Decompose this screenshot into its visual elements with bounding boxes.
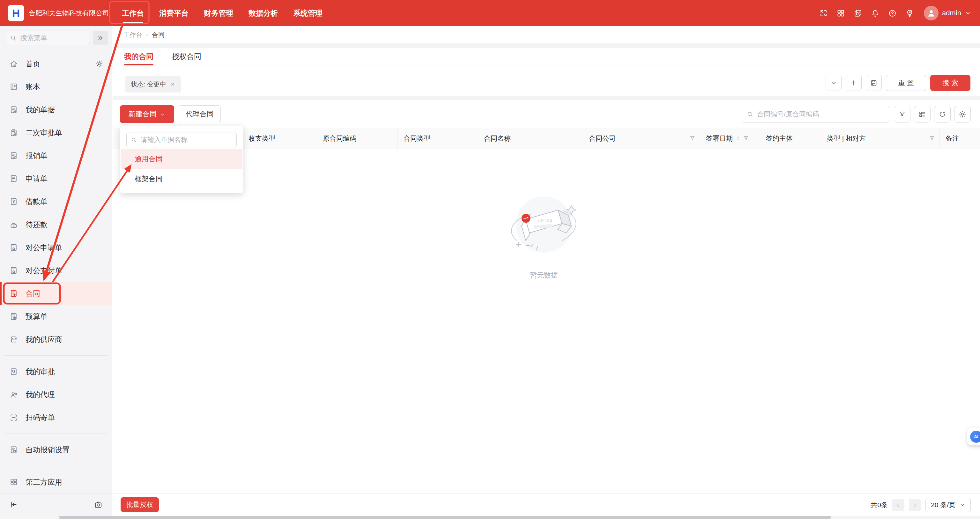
sidebar-item-my-suppliers[interactable]: 我的供应商 — [0, 328, 112, 351]
doc-search-icon — [10, 368, 18, 376]
sidebar-item-expense-form[interactable]: 报销单 — [0, 144, 112, 167]
sidebar-item-label: 我的单据 — [25, 105, 55, 115]
column-settings-button[interactable] — [954, 106, 971, 123]
batch-authorize-button[interactable]: 批量授权 — [121, 497, 159, 512]
camera-icon[interactable] — [94, 500, 102, 509]
prev-page-button[interactable] — [892, 499, 904, 511]
sidebar-expand-button[interactable] — [93, 30, 108, 45]
dropdown-search-input[interactable] — [140, 135, 232, 144]
topnav-item[interactable]: 工作台 — [114, 0, 151, 26]
table-column-header: 签约主体 — [760, 127, 821, 149]
next-page-button[interactable] — [909, 499, 921, 511]
funnel-icon[interactable] — [929, 135, 935, 141]
gear-icon[interactable] — [95, 60, 103, 68]
contract-number-search-field[interactable] — [742, 106, 890, 123]
sidebar-item-label: 扫码寄单 — [25, 413, 55, 423]
menu-search-input[interactable] — [20, 34, 86, 42]
table-column-header: 合同公司 — [583, 127, 700, 149]
sidebar-item-corporate-payment[interactable]: 对公支付单 — [0, 259, 112, 282]
ai-assistant-fab[interactable]: AI — [967, 428, 980, 445]
sidebar-item-label: 自动报销设置 — [25, 445, 70, 455]
topnav-item[interactable]: 数据分析 — [241, 0, 285, 26]
layout-button[interactable] — [914, 106, 931, 123]
sidebar-item-loan-form[interactable]: 借款单 — [0, 190, 112, 213]
sidebar-item-my-agents[interactable]: 我的代理 — [0, 383, 112, 406]
status-filter-tag[interactable]: 状态: 变更中 — [125, 76, 181, 92]
sidebar-item-label: 报销单 — [25, 151, 48, 161]
sidebar-item-home[interactable]: 首页 — [0, 52, 112, 75]
plus-icon — [850, 79, 858, 87]
dropdown-option-frame-contract[interactable]: 框架合同 — [121, 169, 242, 189]
sidebar-item-second-approval[interactable]: 二次审批单 — [0, 121, 112, 144]
menu-search-field[interactable] — [6, 30, 90, 45]
breadcrumb-contract: 合同 — [152, 30, 165, 39]
add-filter-button[interactable] — [846, 75, 862, 91]
topnav-item[interactable]: 消费平台 — [151, 0, 196, 26]
sidebar-item-application-form[interactable]: 申请单 — [0, 167, 112, 190]
pagination: 共0条 20 条/页 — [870, 498, 971, 512]
dropdown-search-field[interactable] — [126, 132, 237, 147]
sidebar-item-contract[interactable]: 合同 — [0, 282, 112, 305]
sidebar-item-scan-send[interactable]: 扫码寄单 — [0, 406, 112, 429]
sidebar-item-ledger[interactable]: 账本 — [0, 75, 112, 98]
table-column-header: 合同名称 — [478, 127, 583, 149]
collapse-filter-button[interactable] — [826, 75, 842, 91]
app-logo[interactable]: H — [8, 5, 24, 21]
refresh-button[interactable] — [934, 106, 951, 123]
sidebar-item-budget-form[interactable]: 预算单 — [0, 305, 112, 328]
user-menu[interactable]: admin — [924, 6, 971, 21]
sidebar-item-my-approvals[interactable]: 我的审批 — [0, 360, 112, 383]
search-icon — [10, 35, 17, 41]
doc-home-icon — [10, 244, 18, 252]
topnav-item[interactable]: 财务管理 — [196, 0, 241, 26]
copy-check-icon[interactable] — [854, 9, 862, 18]
search-button[interactable]: 搜索 — [930, 75, 970, 91]
column-label: 合同公司 — [589, 134, 616, 143]
sidebar-item-third-party-apps[interactable]: 第三方应用 — [0, 471, 112, 494]
gear-icon — [959, 110, 966, 118]
empty-box-brand: HELIOS — [538, 218, 552, 223]
agent-contract-button[interactable]: 代理合同 — [179, 105, 221, 123]
new-contract-button[interactable]: 新建合同 — [120, 105, 174, 123]
apps-grid-icon[interactable] — [837, 9, 845, 18]
funnel-icon[interactable] — [743, 135, 749, 141]
bell-icon[interactable] — [871, 9, 880, 18]
empty-state-text: 暂无数据 — [496, 271, 592, 280]
sidebar-item-pending-repayment[interactable]: 待还款 — [0, 213, 112, 236]
contract-number-search-input[interactable] — [756, 110, 885, 118]
sidebar-item-my-documents[interactable]: 我的单据 — [0, 98, 112, 121]
caret-updown-icon[interactable] — [735, 135, 741, 141]
fullscreen-icon[interactable] — [819, 9, 828, 18]
doc-icon — [10, 175, 18, 183]
scrollbar-thumb[interactable] — [59, 516, 831, 519]
chevron-right-icon — [912, 502, 918, 508]
sidebar-item-corporate-application[interactable]: 对公申请单 — [0, 236, 112, 259]
tab-my-contracts[interactable]: 我的合同 — [124, 48, 153, 65]
tab-authorized-contracts[interactable]: 授权合同 — [172, 48, 201, 65]
sidebar-menu: 首页账本我的单据二次审批单报销单申请单借款单待还款对公申请单对公支付单合同预算单… — [0, 52, 112, 494]
topnav-item[interactable]: 系统管理 — [285, 0, 330, 26]
table-column-header: 原合同编码 — [317, 127, 398, 149]
dropdown-option-general-contract[interactable]: 通用合同 — [121, 149, 242, 169]
save-filter-button[interactable] — [866, 75, 882, 91]
breadcrumb-separator: › — [146, 32, 148, 38]
empty-state: HELIOS 暂无数据 — [496, 182, 592, 280]
collapse-sidebar-icon[interactable] — [10, 500, 18, 509]
breadcrumb-workbench[interactable]: 工作台 — [123, 30, 142, 39]
close-icon[interactable] — [170, 82, 175, 87]
filter-tag-label: 状态: 变更中 — [131, 80, 166, 89]
page-size-select[interactable]: 20 条/页 — [926, 498, 971, 512]
column-label: 原合同编码 — [323, 134, 356, 143]
column-label: 类型 | 相对方 — [827, 134, 866, 143]
topbar-icon-group: AI — [819, 9, 914, 18]
funnel-icon[interactable] — [689, 135, 695, 141]
reset-button[interactable]: 重置 — [886, 75, 926, 91]
ai-bulb-icon[interactable]: AI — [905, 9, 914, 18]
person-icon — [926, 8, 936, 18]
sidebar-item-auto-expense-settings[interactable]: 自动报销设置 — [0, 438, 112, 461]
doc-user-icon — [10, 105, 18, 114]
sidebar-item-label: 首页 — [25, 59, 40, 69]
question-icon[interactable] — [888, 9, 897, 18]
filter-button[interactable] — [894, 106, 910, 123]
empty-state-illustration: HELIOS — [496, 182, 592, 268]
